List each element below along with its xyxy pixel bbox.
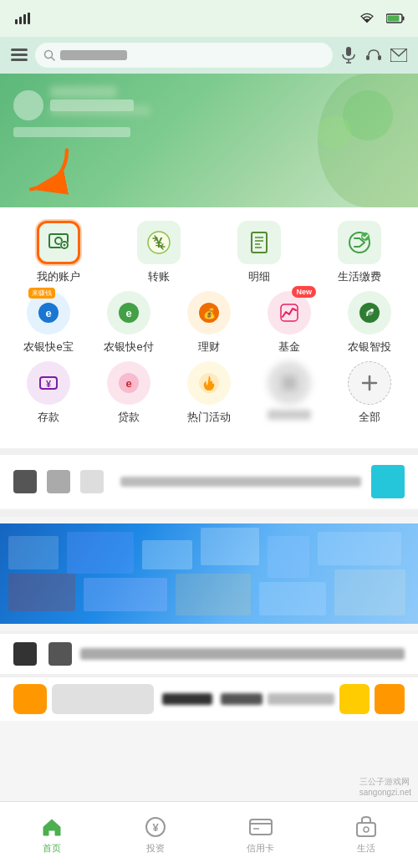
search-icon (43, 49, 55, 61)
transfer-label: 转账 (148, 269, 170, 284)
big-banner[interactable] (0, 523, 418, 624)
smart-invest-button[interactable]: 农银智投 (336, 291, 403, 355)
search-input-wrap[interactable] (35, 43, 333, 68)
svg-rect-27 (252, 232, 267, 253)
nav-life[interactable]: 生活 (354, 812, 378, 858)
search-bar (0, 37, 418, 74)
search-placeholder (60, 50, 127, 60)
color-block-orange2 (375, 684, 405, 714)
deposit-label: 存款 (38, 410, 59, 425)
quick-menu-row2: 来赚钱 e 农银快e宝 e 农银快e付 (0, 291, 418, 355)
loan-icon: e (107, 361, 150, 405)
small-sq1 (13, 642, 37, 666)
nav-home-label: 首页 (43, 842, 61, 855)
svg-text:e: e (125, 377, 131, 390)
quick-menu-row3: ¥ 存款 e 贷款 热门活动 (0, 361, 418, 435)
mini-dot3 (80, 470, 104, 493)
nav-home[interactable]: 首页 (40, 812, 64, 858)
smart-invest-icon (348, 291, 391, 334)
mini-teal-badge (371, 465, 405, 498)
svg-rect-3 (28, 13, 30, 24)
detail-label: 明细 (248, 269, 270, 284)
color-block-yellow (339, 684, 370, 714)
invest-icon: ¥ (144, 815, 167, 839)
small-sq2 (48, 642, 72, 666)
arrow-overlay (8, 146, 75, 200)
my-account-button[interactable]: 我的账户 (25, 221, 92, 284)
wealth-button[interactable]: 💰 理财 (176, 291, 242, 355)
svg-rect-12 (346, 47, 351, 56)
life-pay-icon (338, 221, 381, 264)
quick-ebao-label: 农银快e宝 (23, 340, 73, 355)
blurred-icon (268, 361, 311, 405)
credit-card-icon (249, 815, 273, 839)
loan-button[interactable]: e 贷款 (95, 361, 162, 425)
mini-dot2 (47, 470, 70, 493)
life-pay-label: 生活缴费 (338, 269, 381, 284)
svg-rect-2 (23, 14, 26, 24)
fund-badge: New (292, 286, 316, 298)
small-items-row (0, 634, 418, 674)
small-text1 (80, 648, 405, 660)
hot-activity-button[interactable]: 热门活动 (176, 361, 242, 425)
watermark: 三公子游戏网 sangongzi.net (359, 776, 411, 797)
life-icon (354, 815, 378, 839)
fund-button[interactable]: New 基金 (256, 291, 323, 355)
svg-rect-5 (403, 17, 405, 21)
quick-epay-button[interactable]: e 农银快e付 (95, 291, 162, 355)
svg-rect-8 (11, 54, 28, 56)
divider1 (0, 448, 418, 455)
mini-banner (0, 455, 418, 508)
hot-activity-label: 热门活动 (187, 410, 231, 425)
svg-point-57 (364, 827, 369, 832)
wealth-icon: 💰 (187, 291, 231, 334)
nav-invest[interactable]: ¥ 投资 (144, 812, 167, 858)
nav-credit-card-label: 信用卡 (247, 842, 274, 855)
svg-rect-53 (250, 819, 272, 835)
color-block-gray (52, 684, 154, 714)
detail-button[interactable]: 明细 (226, 221, 293, 284)
wealth-label: 理财 (198, 340, 220, 355)
deposit-button[interactable]: ¥ 存款 (15, 361, 82, 425)
fund-icon: New (268, 291, 311, 334)
mail-icon[interactable] (390, 46, 408, 64)
svg-rect-48 (282, 375, 297, 391)
nav-credit-card[interactable]: 信用卡 (247, 812, 274, 858)
svg-rect-56 (357, 823, 375, 836)
headset-icon[interactable] (364, 46, 383, 64)
life-pay-button[interactable]: 生活缴费 (326, 221, 393, 284)
smart-invest-label: 农银智投 (348, 340, 391, 355)
svg-text:e: e (125, 307, 131, 319)
battery-icon (386, 9, 405, 28)
color-text3 (268, 693, 334, 705)
menu-icon[interactable] (10, 46, 28, 64)
transfer-button[interactable]: ¥ 转账 (125, 221, 192, 284)
nav-life-label: 生活 (357, 842, 375, 855)
blurred-item[interactable] (256, 361, 323, 420)
deposit-icon: ¥ (27, 361, 70, 405)
voice-icon[interactable] (339, 46, 358, 64)
svg-rect-1 (19, 17, 22, 24)
color-row (0, 677, 418, 721)
nav-invest-label: 投资 (146, 842, 165, 855)
svg-text:💰: 💰 (203, 307, 216, 319)
wifi-icon (358, 9, 376, 28)
all-icon (348, 361, 391, 405)
svg-rect-9 (11, 59, 28, 61)
svg-rect-0 (15, 19, 18, 24)
divider2 (0, 510, 418, 517)
all-button[interactable]: 全部 (336, 361, 403, 425)
quick-menu: 我的账户 ¥ 转账 (0, 207, 418, 448)
detail-icon (237, 221, 281, 264)
quick-ebao-button[interactable]: 来赚钱 e 农银快e宝 (15, 291, 82, 355)
all-label: 全部 (359, 410, 380, 425)
color-block-orange (13, 684, 47, 714)
svg-rect-15 (366, 55, 370, 60)
home-icon (40, 815, 64, 839)
svg-line-11 (52, 58, 55, 61)
svg-rect-16 (378, 55, 381, 60)
transfer-icon: ¥ (137, 221, 181, 264)
color-text2 (221, 693, 263, 705)
color-text1 (162, 693, 212, 705)
bottom-nav: 首页 ¥ 投资 信用卡 生活 (0, 801, 418, 868)
